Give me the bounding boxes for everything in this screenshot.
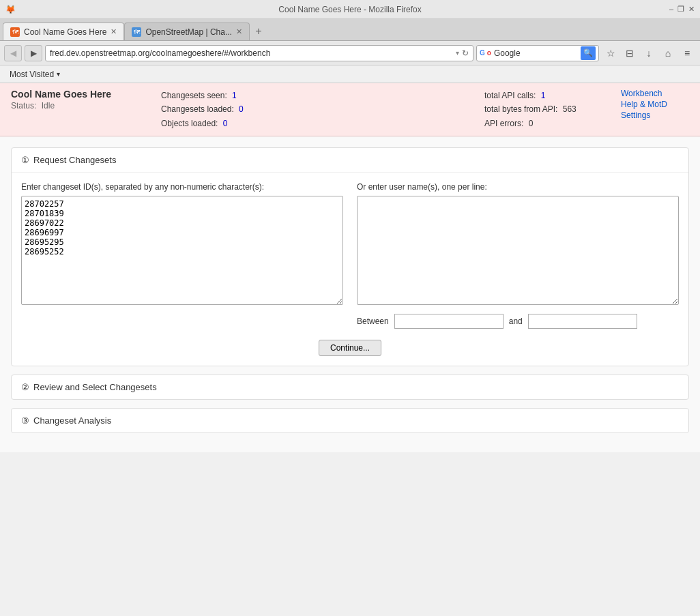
most-visited-label: Most Visited: [10, 70, 54, 79]
status-line: Status: Idle: [11, 101, 147, 111]
home-icon[interactable]: ⌂: [659, 45, 677, 61]
app-name: Cool Name Goes Here: [11, 89, 147, 100]
api-errors-value: 0: [529, 119, 534, 128]
new-tab-button[interactable]: +: [250, 23, 267, 40]
search-input-text[interactable]: Google: [494, 48, 578, 58]
section-1-number: ①: [21, 155, 29, 165]
star-icon[interactable]: ☆: [602, 45, 619, 61]
most-visited-dropdown-icon[interactable]: ▾: [57, 70, 60, 78]
changeset-ids-col: Enter changeset ID(s), separated by any …: [21, 182, 343, 329]
tab-1-label: Cool Name Goes Here: [24, 27, 106, 37]
username-textarea[interactable]: [357, 196, 679, 305]
most-visited-bookmark[interactable]: Most Visited ▾: [5, 68, 64, 80]
refresh-button[interactable]: ↻: [462, 48, 469, 58]
analysis-header[interactable]: ③ Changeset Analysis: [12, 409, 688, 432]
status-middle-stats: Changesets seen: 1 Changesets loaded: 0 …: [161, 89, 471, 130]
tab-bar: 🗺 Cool Name Goes Here ✕ 🗺 OpenStreetMap …: [0, 19, 700, 41]
tab-2-favicon: 🗺: [132, 27, 141, 37]
and-input[interactable]: [528, 314, 637, 329]
tab-1-close[interactable]: ✕: [111, 27, 117, 36]
tab-2-close[interactable]: ✕: [236, 27, 242, 36]
api-errors-row: API errors: 0: [484, 117, 607, 130]
changesets-loaded-value: 0: [239, 104, 244, 114]
review-select-header[interactable]: ② Review and Select Changesets: [12, 375, 688, 399]
changesets-loaded-label: Changesets loaded:: [161, 104, 234, 114]
window-controls[interactable]: – ❐ ✕: [669, 5, 695, 14]
status-left: Cool Name Goes Here Status: Idle: [11, 89, 147, 111]
google-search-icon2: o: [487, 49, 491, 57]
changeset-form-row: Enter changeset ID(s), separated by any …: [21, 182, 679, 329]
section-1-label: Request Changesets: [33, 155, 116, 165]
status-right-stats: total API calls: 1 total bytes from API:…: [484, 89, 607, 130]
bookmark-icon[interactable]: ⊟: [621, 45, 639, 61]
changesets-seen-value: 1: [232, 91, 237, 100]
nav-bar: ◀ ▶ fred.dev.openstreetmap.org/coolnameg…: [0, 41, 700, 65]
status-links: Workbench Help & MotD Settings: [621, 89, 689, 120]
bookmarks-bar: Most Visited ▾: [0, 65, 700, 83]
google-search-icon: G: [480, 49, 485, 57]
tab-2-label: OpenStreetMap | Cha...: [145, 27, 232, 37]
back-button[interactable]: ◀: [4, 45, 22, 61]
continue-row: Continue...: [21, 340, 679, 356]
window-icon: 🦊: [5, 5, 16, 14]
nav-icons: ☆ ⊟ ↓ ⌂ ≡: [602, 45, 696, 61]
changeset-ids-label: Enter changeset ID(s), separated by any …: [21, 182, 343, 192]
page-body: ① Request Changesets Enter changeset ID(…: [0, 136, 700, 452]
tab-1-favicon: 🗺: [10, 27, 20, 37]
search-bar[interactable]: G o Google 🔍: [476, 45, 599, 61]
section-3-number: ③: [21, 415, 29, 426]
username-label: Or enter user name(s), one per line:: [357, 182, 679, 192]
between-row: Between and: [357, 314, 679, 329]
status-header: Cool Name Goes Here Status: Idle Changes…: [0, 83, 700, 136]
menu-icon[interactable]: ≡: [678, 45, 696, 61]
changeset-ids-textarea[interactable]: [21, 196, 343, 305]
minimize-button[interactable]: –: [669, 5, 673, 14]
url-bar[interactable]: fred.dev.openstreetmap.org/coolnamegoesh…: [45, 45, 473, 61]
changesets-loaded-row: Changesets loaded: 0: [161, 102, 471, 116]
and-label: and: [509, 317, 523, 326]
download-icon[interactable]: ↓: [640, 45, 658, 61]
total-bytes-value: 563: [563, 104, 577, 114]
forward-button[interactable]: ▶: [25, 45, 42, 61]
help-motd-link[interactable]: Help & MotD: [621, 100, 667, 109]
objects-loaded-row: Objects loaded: 0: [161, 117, 471, 130]
objects-loaded-value: 0: [223, 119, 228, 128]
search-button[interactable]: 🔍: [581, 46, 596, 60]
changesets-seen-label: Changesets seen:: [161, 91, 227, 100]
api-errors-label: API errors:: [484, 119, 523, 128]
tab-2[interactable]: 🗺 OpenStreetMap | Cha... ✕: [124, 23, 250, 40]
section-2-number: ②: [21, 382, 29, 392]
tab-1[interactable]: 🗺 Cool Name Goes Here ✕: [3, 23, 124, 40]
between-input[interactable]: [394, 314, 504, 329]
request-changesets-body: Enter changeset ID(s), separated by any …: [12, 172, 688, 366]
request-changesets-header[interactable]: ① Request Changesets: [12, 148, 688, 172]
section-3-label: Changeset Analysis: [33, 415, 111, 426]
maximize-button[interactable]: ❐: [677, 5, 684, 14]
username-col: Or enter user name(s), one per line: Bet…: [357, 182, 679, 329]
total-api-calls-row: total API calls: 1: [484, 89, 607, 102]
request-changesets-section: ① Request Changesets Enter changeset ID(…: [11, 147, 689, 366]
continue-button[interactable]: Continue...: [319, 340, 381, 356]
close-button[interactable]: ✕: [688, 5, 695, 14]
total-bytes-row: total bytes from API: 563: [484, 102, 607, 116]
settings-link[interactable]: Settings: [621, 111, 650, 120]
total-bytes-label: total bytes from API:: [484, 104, 557, 114]
changesets-seen-row: Changesets seen: 1: [161, 89, 471, 102]
status-value: Idle: [42, 101, 55, 111]
objects-loaded-label: Objects loaded:: [161, 119, 218, 128]
workbench-link[interactable]: Workbench: [621, 89, 662, 98]
url-dropdown-icon[interactable]: ▾: [456, 49, 459, 57]
between-label: Between: [357, 317, 389, 326]
url-text: fred.dev.openstreetmap.org/coolnamegoesh…: [50, 48, 453, 58]
analysis-section: ③ Changeset Analysis: [11, 408, 689, 433]
status-label: Status:: [11, 101, 36, 111]
review-select-section: ② Review and Select Changesets: [11, 375, 689, 400]
window-title: Cool Name Goes Here - Mozilla Firefox: [278, 5, 421, 14]
total-api-calls-value: 1: [541, 91, 546, 100]
total-api-calls-label: total API calls:: [484, 91, 536, 100]
section-2-label: Review and Select Changesets: [33, 382, 157, 392]
title-bar: 🦊 Cool Name Goes Here - Mozilla Firefox …: [0, 0, 700, 19]
